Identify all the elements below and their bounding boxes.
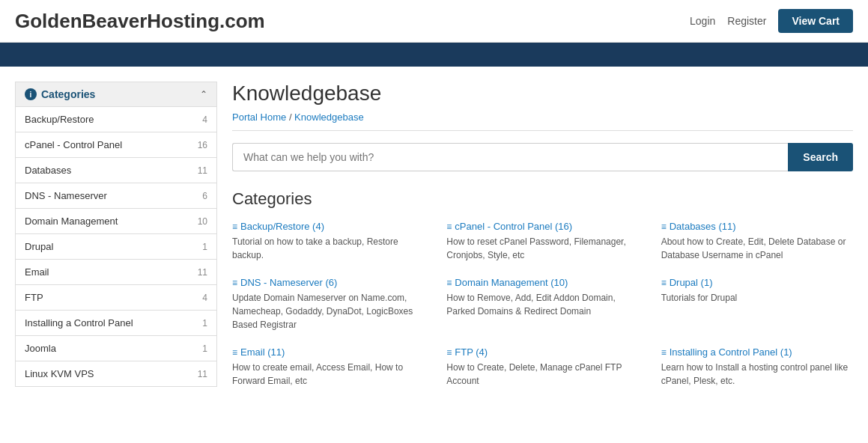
category-desc-ftp: How to Create, Delete, Manage cPanel FTP… [446, 361, 638, 388]
sidebar-item-dns[interactable]: DNS - Nameserver 6 [15, 183, 217, 208]
site-logo: GoldenBeaverHosting.com [15, 10, 265, 33]
sidebar-item-email[interactable]: Email 11 [15, 259, 217, 284]
sidebar-item-joomla[interactable]: Joomla 1 [15, 335, 217, 361]
category-desc-domain: How to Remove, Add, Edit Addon Domain, P… [446, 291, 638, 318]
category-desc-dns: Update Domain Nameserver on Name.com, Na… [232, 291, 424, 332]
header-nav: Login Register View Cart [690, 9, 853, 33]
category-link-email[interactable]: ≡ Email (11) [232, 346, 424, 358]
category-desc-install-panel: Learn how to Install a hosting control p… [661, 361, 853, 388]
content-area: Knowledgebase Portal Home / Knowledgebas… [232, 82, 853, 388]
list-icon: ≡ [661, 347, 667, 358]
sidebar-item-ftp[interactable]: FTP 4 [15, 284, 217, 310]
list-icon: ≡ [232, 347, 237, 358]
sidebar-item-backup[interactable]: Backup/Restore 4 [15, 106, 217, 132]
sidebar-item-databases[interactable]: Databases 11 [15, 157, 217, 183]
sidebar-item-domain[interactable]: Domain Management 10 [15, 208, 217, 233]
list-icon: ≡ [661, 278, 667, 288]
sidebar-item-install-panel[interactable]: Installing a Control Panel 1 [15, 310, 217, 335]
category-link-backup[interactable]: ≡ Backup/Restore (4) [232, 221, 424, 232]
category-link-install-panel[interactable]: ≡ Installing a Control Panel (1) [661, 346, 853, 358]
category-desc-backup: Tutorial on how to take a backup, Restor… [232, 235, 424, 262]
search-input[interactable] [232, 143, 788, 171]
breadcrumb-home-link[interactable]: Portal Home [232, 111, 286, 123]
sidebar-item-cpanel[interactable]: cPanel - Control Panel 16 [15, 132, 217, 157]
category-item-domain: ≡ Domain Management (10) How to Remove, … [446, 277, 638, 332]
register-link[interactable]: Register [727, 15, 766, 27]
category-link-drupal[interactable]: ≡ Drupal (1) [661, 277, 853, 288]
category-item-dns: ≡ DNS - Nameserver (6) Update Domain Nam… [232, 277, 424, 332]
list-icon: ≡ [446, 278, 452, 288]
list-icon: ≡ [446, 222, 452, 232]
category-item-ftp: ≡ FTP (4) How to Create, Delete, Manage … [446, 346, 638, 388]
breadcrumb-current-link[interactable]: Knowledgebase [294, 111, 364, 123]
page-title: Knowledgebase [232, 82, 853, 106]
category-desc-email: How to create email, Access Email, How t… [232, 361, 424, 388]
chevron-up-icon[interactable]: ⌃ [200, 89, 207, 100]
category-desc-databases: About how to Create, Edit, Delete Databa… [661, 235, 853, 262]
sidebar-item-linux-kvm[interactable]: Linux KVM VPS 11 [15, 361, 217, 387]
category-link-ftp[interactable]: ≡ FTP (4) [446, 346, 638, 358]
sidebar-header: i Categories ⌃ [15, 82, 217, 106]
categories-grid: ≡ Backup/Restore (4) Tutorial on how to … [232, 221, 853, 388]
header: GoldenBeaverHosting.com Login Register V… [0, 0, 868, 43]
breadcrumb: Portal Home / Knowledgebase [232, 111, 853, 131]
category-link-cpanel[interactable]: ≡ cPanel - Control Panel (16) [446, 221, 638, 232]
category-item-drupal: ≡ Drupal (1) Tutorials for Drupal [661, 277, 853, 332]
list-icon: ≡ [232, 222, 237, 232]
category-item-cpanel: ≡ cPanel - Control Panel (16) How to res… [446, 221, 638, 262]
categories-section-title: Categories [232, 189, 853, 209]
sidebar-title-label: Categories [41, 88, 95, 100]
category-link-dns[interactable]: ≡ DNS - Nameserver (6) [232, 277, 424, 288]
category-link-databases[interactable]: ≡ Databases (11) [661, 221, 853, 232]
info-icon: i [25, 88, 37, 100]
search-button[interactable]: Search [788, 143, 853, 171]
sidebar-item-drupal[interactable]: Drupal 1 [15, 233, 217, 259]
category-item-install-panel: ≡ Installing a Control Panel (1) Learn h… [661, 346, 853, 388]
sidebar: i Categories ⌃ Backup/Restore 4 cPanel -… [15, 82, 217, 388]
category-desc-drupal: Tutorials for Drupal [661, 291, 853, 305]
list-icon: ≡ [232, 278, 237, 288]
category-item-email: ≡ Email (11) How to create email, Access… [232, 346, 424, 388]
login-link[interactable]: Login [690, 15, 715, 27]
category-item-databases: ≡ Databases (11) About how to Create, Ed… [661, 221, 853, 262]
list-icon: ≡ [661, 222, 667, 232]
category-item-backup: ≡ Backup/Restore (4) Tutorial on how to … [232, 221, 424, 262]
category-desc-cpanel: How to reset cPanel Password, Filemanage… [446, 235, 638, 262]
category-link-domain[interactable]: ≡ Domain Management (10) [446, 277, 638, 288]
list-icon: ≡ [446, 347, 452, 358]
blue-bar [0, 43, 868, 67]
search-bar: Search [232, 143, 853, 171]
sidebar-category-title: i Categories [25, 88, 95, 100]
view-cart-button[interactable]: View Cart [778, 9, 853, 33]
main-layout: i Categories ⌃ Backup/Restore 4 cPanel -… [0, 67, 868, 403]
